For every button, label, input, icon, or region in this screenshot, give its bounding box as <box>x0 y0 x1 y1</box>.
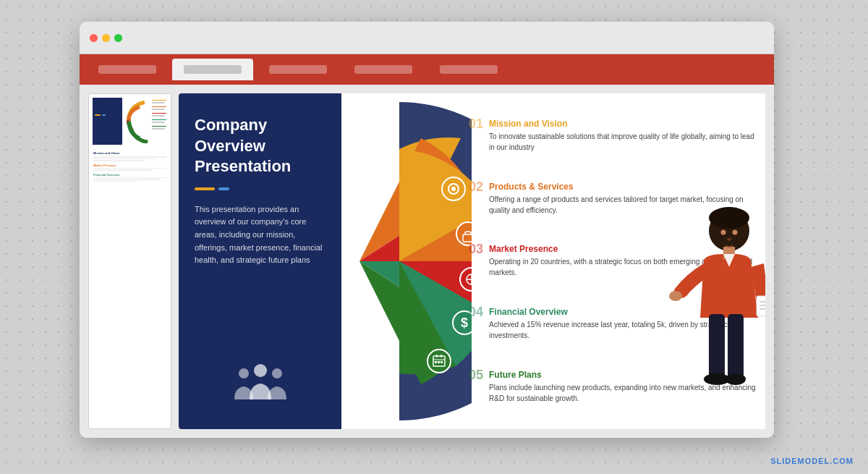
item-content-1: Mission and Vision To innovate sustainab… <box>489 119 758 153</box>
item-row-1: 01 Mission and Vision To innovate sustai… <box>464 119 758 153</box>
expand-dot[interactable] <box>114 34 122 42</box>
item-num-5: 05 <box>464 368 483 381</box>
svg-point-35 <box>733 230 738 235</box>
svg-rect-20 <box>438 361 440 363</box>
svg-point-1 <box>239 368 249 378</box>
slide-main-title: Company Overview Presentation <box>195 115 326 177</box>
slide-divider <box>195 187 326 190</box>
divider-rect-2 <box>218 187 229 190</box>
svg-point-5 <box>451 187 456 191</box>
browser-chrome <box>80 22 774 54</box>
slide-left-panel: Company Overview Presentation This prese… <box>179 93 341 429</box>
thumbnail-inner: Company OverviewPresentation <box>89 94 171 148</box>
svg-rect-21 <box>441 361 443 363</box>
close-dot[interactable] <box>90 34 98 42</box>
svg-rect-19 <box>435 361 437 363</box>
divider-rect-1 <box>195 187 215 190</box>
svg-point-33 <box>726 373 746 385</box>
item-num-3: 03 <box>464 242 483 255</box>
tab-2-active[interactable] <box>172 59 253 80</box>
svg-point-0 <box>254 364 267 377</box>
person-svg <box>664 202 765 426</box>
tab-4[interactable] <box>343 59 424 80</box>
svg-point-25 <box>669 291 682 301</box>
slide-description: This presentation provides an overview o… <box>195 203 326 267</box>
slide-wrapper: Company OverviewPresentation <box>88 93 765 429</box>
wheel-area: $ <box>341 95 472 428</box>
item-num-1: 01 <box>464 117 483 130</box>
item-title-2: Products & Services <box>489 182 758 192</box>
browser-window: Company OverviewPresentation <box>80 22 774 438</box>
item-text-1: To innovate sustainable solutions that i… <box>489 131 758 153</box>
item-num-2: 02 <box>464 180 483 193</box>
svg-rect-31 <box>728 314 744 379</box>
watermark: SLIDEMODEL.COM <box>770 457 854 465</box>
item-num-4: 04 <box>464 305 483 318</box>
item-title-1: Mission and Vision <box>489 119 758 129</box>
svg-point-23 <box>709 207 749 229</box>
content-area: Company OverviewPresentation <box>80 85 774 438</box>
person-illustration <box>664 202 765 429</box>
tab-3[interactable] <box>258 59 339 80</box>
svg-point-2 <box>272 368 282 378</box>
tab-1[interactable] <box>87 59 168 80</box>
svg-rect-30 <box>709 314 725 379</box>
svg-rect-26 <box>757 296 765 316</box>
toolbar <box>80 54 774 85</box>
thumb-title: Company OverviewPresentation <box>95 100 120 111</box>
slide-right-panel: $ <box>341 93 765 429</box>
svg-point-34 <box>721 230 726 235</box>
people-icon-area <box>228 357 293 407</box>
main-slide: Company Overview Presentation This prese… <box>179 93 765 429</box>
slide-thumbnail: Company OverviewPresentation <box>88 93 171 429</box>
people-icon <box>228 357 293 405</box>
minimize-dot[interactable] <box>102 34 110 42</box>
tab-5[interactable] <box>428 59 509 80</box>
wheel-svg: $ <box>341 95 472 428</box>
